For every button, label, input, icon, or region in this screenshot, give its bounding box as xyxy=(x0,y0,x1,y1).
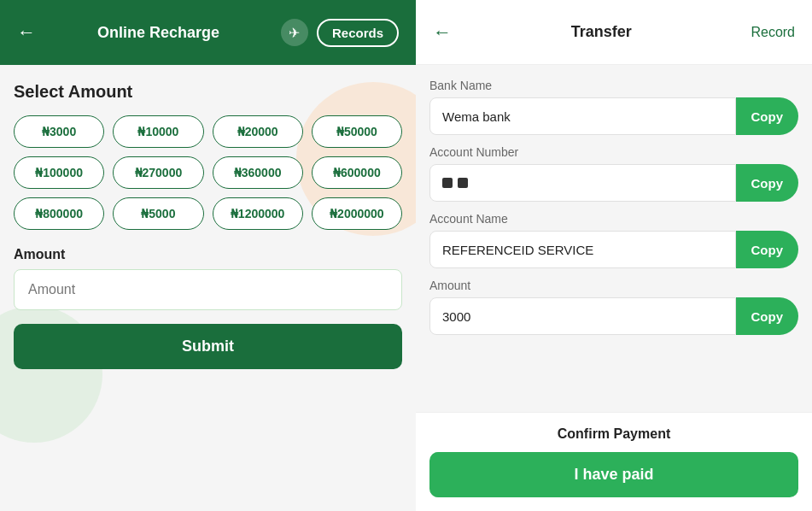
copy-button-3[interactable]: Copy xyxy=(736,297,799,335)
right-body: Bank NameWema bankCopyAccount NumberCopy… xyxy=(416,65,812,412)
amount-chip[interactable]: ₦360000 xyxy=(213,156,303,189)
mask-block xyxy=(442,178,453,188)
telegram-icon[interactable]: ✈ xyxy=(281,19,308,46)
field-label-3: Amount xyxy=(429,279,798,292)
left-header: ← Online Recharge ✈ Records xyxy=(0,0,416,65)
submit-button[interactable]: Submit xyxy=(14,324,402,369)
copy-button-0[interactable]: Copy xyxy=(736,97,799,135)
amount-chip[interactable]: ₦270000 xyxy=(113,156,203,189)
field-row-3: 3000Copy xyxy=(429,297,798,335)
confirm-title: Confirm Payment xyxy=(429,426,798,442)
copy-button-2[interactable]: Copy xyxy=(736,231,799,268)
amount-chip[interactable]: ₦5000 xyxy=(113,197,203,230)
field-label-1: Account Number xyxy=(429,145,798,159)
field-group-1: Account NumberCopy xyxy=(429,145,798,202)
field-value-2: REFERENCEID SERVICE xyxy=(429,231,736,268)
paid-button[interactable]: I have paid xyxy=(429,452,798,497)
amount-chip[interactable]: ₦1200000 xyxy=(213,197,303,230)
right-back-button[interactable]: ← xyxy=(433,21,452,44)
field-label-2: Account Name xyxy=(429,212,798,226)
mask-block xyxy=(458,178,468,188)
amount-chip[interactable]: ₦3000 xyxy=(14,115,104,148)
amount-chip[interactable]: ₦600000 xyxy=(312,156,402,189)
confirm-section: Confirm Payment I have paid xyxy=(416,412,812,511)
field-value-0: Wema bank xyxy=(429,97,736,135)
field-value-1 xyxy=(429,164,736,202)
copy-button-1[interactable]: Copy xyxy=(736,164,799,202)
amount-label: Amount xyxy=(14,247,402,262)
left-title: Online Recharge xyxy=(97,24,219,42)
field-row-1: Copy xyxy=(429,164,798,202)
records-button[interactable]: Records xyxy=(317,19,399,47)
amount-chip[interactable]: ₦800000 xyxy=(14,197,104,230)
right-panel: ← Transfer Record Bank NameWema bankCopy… xyxy=(416,0,812,511)
field-group-3: Amount3000Copy xyxy=(429,279,798,335)
field-group-2: Account NameREFERENCEID SERVICECopy xyxy=(429,212,798,268)
amount-chip[interactable]: ₦100000 xyxy=(14,156,104,189)
field-row-2: REFERENCEID SERVICECopy xyxy=(429,231,798,268)
amount-chip[interactable]: ₦10000 xyxy=(113,115,203,148)
amount-chip[interactable]: ₦50000 xyxy=(312,115,402,148)
field-group-0: Bank NameWema bankCopy xyxy=(429,79,798,135)
right-title: Transfer xyxy=(571,23,632,41)
field-label-0: Bank Name xyxy=(429,79,798,92)
amount-chip[interactable]: ₦20000 xyxy=(213,115,303,148)
left-panel: ← Online Recharge ✈ Records Select Amoun… xyxy=(0,0,416,511)
record-button[interactable]: Record xyxy=(751,25,795,40)
select-amount-title: Select Amount xyxy=(14,82,402,102)
amount-chip[interactable]: ₦2000000 xyxy=(312,197,402,230)
header-right: ✈ Records xyxy=(281,19,399,47)
left-back-button[interactable]: ← xyxy=(17,21,36,44)
amount-input[interactable] xyxy=(14,269,402,310)
field-row-0: Wema bankCopy xyxy=(429,97,798,135)
field-value-3: 3000 xyxy=(429,297,736,335)
left-body: Select Amount ₦3000₦10000₦20000₦50000₦10… xyxy=(0,65,416,511)
right-header: ← Transfer Record xyxy=(416,0,812,65)
amount-grid: ₦3000₦10000₦20000₦50000₦100000₦270000₦36… xyxy=(14,115,402,230)
